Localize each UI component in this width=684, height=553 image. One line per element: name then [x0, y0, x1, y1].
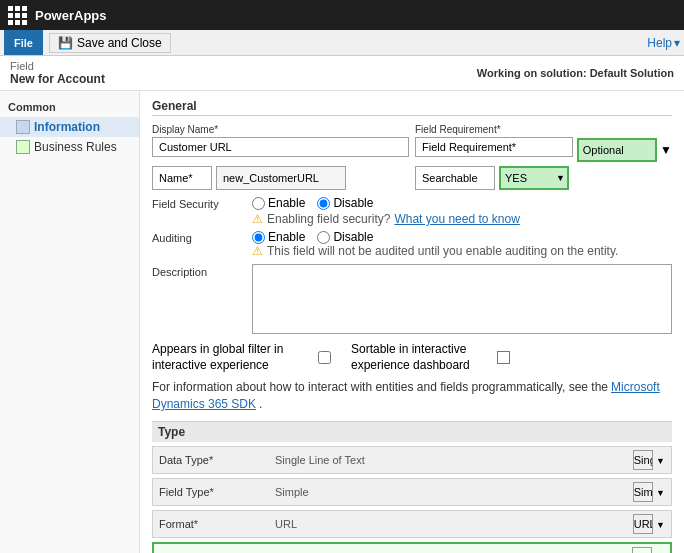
rules-icon: [16, 140, 30, 154]
description-row: Description: [152, 264, 672, 334]
searchable-select-wrapper: YES NO ▼: [499, 166, 569, 190]
format-select[interactable]: URL: [633, 514, 653, 534]
info-text-row: For information about how to interact wi…: [152, 379, 672, 413]
name-searchable-row: YES NO ▼: [152, 166, 672, 190]
format-arrow-icon: ▼: [656, 520, 665, 530]
auditing-label: Auditing: [152, 230, 242, 244]
max-length-select-wrapper: 150 ▼: [632, 547, 664, 553]
aud-enable-label[interactable]: Enable: [252, 230, 305, 244]
auditing-row: Auditing Enable Disable ⚠ This field wil…: [152, 230, 672, 258]
top-bar: PowerApps: [0, 0, 684, 30]
field-security-content: Enable Disable ⚠ Enabling field security…: [252, 196, 520, 226]
data-type-select-wrapper: Single Line of Text ▼: [633, 450, 665, 470]
description-textarea[interactable]: [252, 264, 672, 334]
fs-link[interactable]: What you need to know: [394, 212, 519, 226]
field-sub-title: New for Account: [10, 72, 105, 86]
field-type-select-wrapper: Simple ▼: [633, 482, 665, 502]
global-filter-row: Appears in global filter in interactive …: [152, 342, 672, 373]
display-name-label: Display Name*: [152, 124, 409, 135]
content-area: General Display Name* Field Requirement*…: [140, 91, 684, 553]
searchable-label-input[interactable]: [415, 166, 495, 190]
auditing-warning-row: ⚠ This field will not be audited until y…: [252, 244, 618, 258]
sortable-item: Sortable in interactive experience dashb…: [351, 342, 510, 373]
fs-disable-label[interactable]: Disable: [317, 196, 373, 210]
name-label-input[interactable]: [152, 166, 212, 190]
data-type-label: Data Type*: [159, 454, 269, 466]
warning-icon: ⚠: [252, 212, 263, 226]
global-filter-item: Appears in global filter in interactive …: [152, 342, 331, 373]
sortable-label: Sortable in interactive experience dashb…: [351, 342, 491, 373]
auditing-radio-group: Enable Disable: [252, 230, 618, 244]
field-req-select[interactable]: Optional Required: [577, 138, 657, 162]
sidebar: Common Information Business Rules: [0, 91, 140, 553]
name-value-input[interactable]: [216, 166, 346, 190]
breadcrumb: Field New for Account: [10, 60, 105, 86]
searchable-select[interactable]: YES NO: [499, 166, 569, 190]
name-group: [152, 166, 409, 190]
waffle-icon[interactable]: [8, 6, 27, 25]
data-type-arrow-icon: ▼: [656, 456, 665, 466]
type-section-title: Type: [152, 422, 672, 442]
field-type-select[interactable]: Simple: [633, 482, 653, 502]
field-security-label: Field Security: [152, 196, 242, 210]
field-type-label: Field Type*: [159, 486, 269, 498]
info-period: .: [259, 397, 262, 411]
general-section-title: General: [152, 99, 672, 116]
global-filter-label: Appears in global filter in interactive …: [152, 342, 312, 373]
field-security-radio-group: Enable Disable: [252, 196, 520, 210]
fs-warning-row: ⚠ Enabling field security? What you need…: [252, 212, 520, 226]
sidebar-section-common: Common: [0, 97, 139, 117]
ribbon-bar: File 💾 Save and Close Help ▾: [0, 30, 684, 56]
field-type-arrow-icon: ▼: [656, 488, 665, 498]
page-icon: [16, 120, 30, 134]
fs-disable-radio[interactable]: [317, 197, 330, 210]
field-type-row: Field Type* Simple Simple ▼: [152, 478, 672, 506]
field-req-group: Field Requirement* Optional Required ▼: [415, 124, 672, 162]
aud-disable-label[interactable]: Disable: [317, 230, 373, 244]
sidebar-item-information[interactable]: Information: [0, 117, 139, 137]
format-row: Format* URL URL ▼: [152, 510, 672, 538]
file-button[interactable]: File: [4, 30, 43, 55]
app-title: PowerApps: [35, 8, 107, 23]
display-name-input[interactable]: [152, 137, 409, 157]
sortable-checkbox[interactable]: [497, 351, 510, 364]
field-req-select-wrapper: Optional Required ▼: [577, 138, 672, 162]
auditing-warning-text: This field will not be audited until you…: [267, 244, 618, 258]
max-length-row: Maximum Length* 150 150 ▼: [152, 542, 672, 553]
chevron-down-icon: ▾: [674, 36, 680, 50]
help-button[interactable]: Help ▾: [647, 36, 680, 50]
save-close-button[interactable]: 💾 Save and Close: [49, 33, 171, 53]
sidebar-item-label-business-rules: Business Rules: [34, 140, 117, 154]
aud-disable-radio[interactable]: [317, 231, 330, 244]
display-name-group: Display Name*: [152, 124, 409, 162]
type-section: Type Data Type* Single Line of Text Sing…: [152, 421, 672, 553]
auditing-content: Enable Disable ⚠ This field will not be …: [252, 230, 618, 258]
fs-warning-text: Enabling field security?: [267, 212, 390, 226]
fs-enable-label[interactable]: Enable: [252, 196, 305, 210]
global-filter-checkbox[interactable]: [318, 351, 331, 364]
format-label: Format*: [159, 518, 269, 530]
format-value: URL: [275, 518, 627, 530]
field-req-arrow-icon: ▼: [660, 143, 672, 157]
format-select-wrapper: URL ▼: [633, 514, 665, 534]
sub-header: Field New for Account Working on solutio…: [0, 56, 684, 91]
field-req-inner: Field Requirement*: [415, 124, 573, 162]
data-type-select[interactable]: Single Line of Text: [633, 450, 653, 470]
fs-enable-radio[interactable]: [252, 197, 265, 210]
field-req-label: Field Requirement*: [415, 124, 573, 135]
sidebar-item-business-rules[interactable]: Business Rules: [0, 137, 139, 157]
info-text-content: For information about how to interact wi…: [152, 380, 608, 394]
data-type-row: Data Type* Single Line of Text Single Li…: [152, 446, 672, 474]
floppy-icon: 💾: [58, 36, 73, 50]
working-on-label: Working on solution: Default Solution: [477, 67, 674, 79]
display-name-row: Display Name* Field Requirement* Optiona…: [152, 124, 672, 162]
field-security-row: Field Security Enable Disable ⚠ Enabling…: [152, 196, 672, 226]
sidebar-item-label-information: Information: [34, 120, 100, 134]
aud-enable-radio[interactable]: [252, 231, 265, 244]
field-req-input[interactable]: [415, 137, 573, 157]
max-length-select[interactable]: 150: [632, 547, 652, 553]
main-content: Common Information Business Rules Genera…: [0, 91, 684, 553]
field-label: Field: [10, 60, 105, 72]
description-label: Description: [152, 264, 242, 278]
auditing-warning-icon: ⚠: [252, 244, 263, 258]
